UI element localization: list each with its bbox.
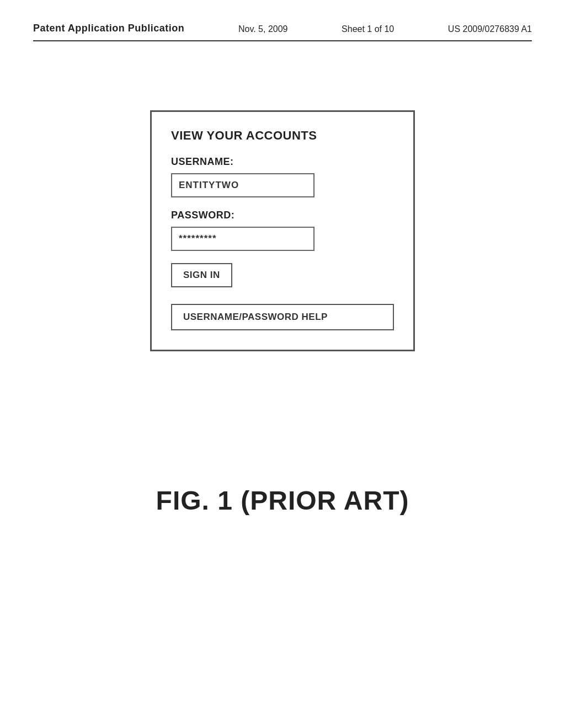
- page-header: Patent Application Publication Nov. 5, 2…: [33, 22, 532, 41]
- diagram-area: VIEW YOUR ACCOUNTS USERNAME: PASSWORD: S…: [150, 110, 415, 351]
- help-button[interactable]: USERNAME/PASSWORD HELP: [171, 304, 394, 330]
- username-group: USERNAME:: [171, 156, 394, 197]
- figure-caption: FIG. 1 (PRIOR ART): [156, 485, 409, 516]
- patent-number: US 2009/0276839 A1: [448, 22, 532, 34]
- publication-date: Nov. 5, 2009: [238, 22, 288, 34]
- username-input[interactable]: [171, 173, 315, 197]
- login-box: VIEW YOUR ACCOUNTS USERNAME: PASSWORD: S…: [150, 110, 415, 351]
- password-label: PASSWORD:: [171, 210, 394, 221]
- sheet-info: Sheet 1 of 10: [342, 22, 394, 34]
- password-input[interactable]: [171, 227, 315, 251]
- password-group: PASSWORD:: [171, 210, 394, 251]
- username-label: USERNAME:: [171, 156, 394, 168]
- publication-label: Patent Application Publication: [33, 22, 184, 35]
- login-title: VIEW YOUR ACCOUNTS: [171, 129, 394, 143]
- sign-in-button[interactable]: SIGN IN: [171, 263, 232, 287]
